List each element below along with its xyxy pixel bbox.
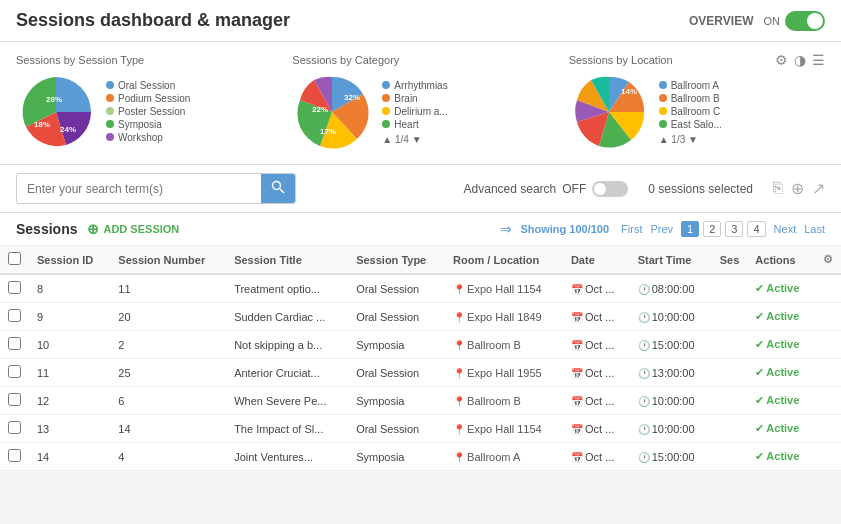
row-status: ✔Active xyxy=(747,359,815,387)
row-date: 📅Oct ... xyxy=(563,303,630,331)
first-page-link[interactable]: First xyxy=(621,223,642,235)
table-row: 10 2 Not skipping a b... Symposia 📍Ballr… xyxy=(0,331,841,359)
row-date: 📅Oct ... xyxy=(563,331,630,359)
legend-item: East Salo... xyxy=(659,119,722,130)
page-2-button[interactable]: 2 xyxy=(703,221,721,237)
row-session-type: Symposia xyxy=(348,443,445,471)
row-checkbox[interactable] xyxy=(8,393,21,406)
row-checkbox[interactable] xyxy=(8,281,21,294)
svg-text:32%: 32% xyxy=(344,93,360,102)
status-badge: Active xyxy=(766,394,799,406)
header-checkbox-col xyxy=(0,246,29,274)
copy-icon[interactable]: ⎘ xyxy=(773,179,783,198)
header-right: OVERVIEW ON xyxy=(689,11,825,31)
legend-item: Poster Session xyxy=(106,106,190,117)
row-ses xyxy=(712,303,748,331)
sessions-header: Sessions ⊕ ADD SESSION ⇒ Showing 100/100… xyxy=(0,213,841,246)
row-start-time: 🕐10:00:00 xyxy=(630,387,712,415)
row-ses xyxy=(712,274,748,303)
row-session-number: 25 xyxy=(110,359,226,387)
table-gear-icon[interactable]: ⚙ xyxy=(823,253,833,265)
svg-text:18%: 18% xyxy=(34,120,50,129)
prev-page-link[interactable]: Prev xyxy=(650,223,673,235)
row-gear-cell xyxy=(815,331,841,359)
row-session-title: Sudden Cardiac ... xyxy=(226,303,348,331)
row-date: 📅Oct ... xyxy=(563,387,630,415)
svg-text:17%: 17% xyxy=(320,127,336,136)
row-ses xyxy=(712,415,748,443)
row-status: ✔Active xyxy=(747,415,815,443)
row-checkbox[interactable] xyxy=(8,421,21,434)
chart-type-legend: Oral Session Podium Session Poster Sessi… xyxy=(106,80,190,145)
row-start-time: 🕐08:00:00 xyxy=(630,274,712,303)
row-checkbox[interactable] xyxy=(8,365,21,378)
legend-item: Brain xyxy=(382,93,447,104)
row-session-number: 20 xyxy=(110,303,226,331)
svg-text:14%: 14% xyxy=(621,87,637,96)
charts-section: ⚙ ◑ ☰ Sessions by Session Type 28% 18% 2… xyxy=(0,42,841,165)
map-icon[interactable]: ⊕ xyxy=(791,179,804,198)
row-start-time: 🕐10:00:00 xyxy=(630,303,712,331)
status-badge: Active xyxy=(766,338,799,350)
overview-toggle-container[interactable]: ON xyxy=(764,11,826,31)
calendar-icon: 📅 xyxy=(571,452,583,463)
row-location: 📍Expo Hall 1955 xyxy=(445,359,563,387)
row-session-id: 11 xyxy=(29,359,110,387)
row-start-time: 🕐15:00:00 xyxy=(630,331,712,359)
last-page-link[interactable]: Last xyxy=(804,223,825,235)
check-icon: ✔ xyxy=(755,394,764,406)
row-date: 📅Oct ... xyxy=(563,443,630,471)
row-gear-cell xyxy=(815,359,841,387)
row-location: 📍Ballroom B xyxy=(445,387,563,415)
export-icon[interactable]: ↗ xyxy=(812,179,825,198)
row-gear-cell xyxy=(815,387,841,415)
location-pin-icon: 📍 xyxy=(453,424,465,435)
status-badge: Active xyxy=(766,310,799,322)
row-session-number: 4 xyxy=(110,443,226,471)
chart-type-content: 28% 18% 24% Oral Session Podium Session … xyxy=(16,72,272,152)
page-4-button[interactable]: 4 xyxy=(747,221,765,237)
row-session-type: Oral Session xyxy=(348,274,445,303)
check-icon: ✔ xyxy=(755,422,764,434)
clock-icon: 🕐 xyxy=(638,312,650,323)
svg-text:22%: 22% xyxy=(312,105,328,114)
row-session-title: Treatment optio... xyxy=(226,274,348,303)
check-icon: ✔ xyxy=(755,450,764,462)
header-gear[interactable]: ⚙ xyxy=(815,246,841,274)
list-view-icon[interactable]: ☰ xyxy=(812,52,825,68)
advanced-search-toggle[interactable] xyxy=(592,181,628,197)
showing-info: Showing 100/100 xyxy=(520,223,609,235)
row-checkbox-cell xyxy=(0,387,29,415)
overview-toggle[interactable] xyxy=(785,11,825,31)
row-checkbox[interactable] xyxy=(8,309,21,322)
page-3-button[interactable]: 3 xyxy=(725,221,743,237)
row-ses xyxy=(712,387,748,415)
row-checkbox[interactable] xyxy=(8,337,21,350)
advanced-toggle-knob xyxy=(594,183,606,195)
advanced-search: Advanced search OFF xyxy=(464,181,629,197)
select-all-checkbox[interactable] xyxy=(8,252,21,265)
status-badge: Active xyxy=(766,422,799,434)
status-badge: Active xyxy=(766,282,799,294)
row-start-time: 🕐15:00:00 xyxy=(630,443,712,471)
clock-icon: 🕐 xyxy=(638,396,650,407)
settings-icon[interactable]: ⚙ xyxy=(775,52,788,68)
row-session-type: Symposia xyxy=(348,331,445,359)
search-input[interactable] xyxy=(17,176,261,202)
search-button[interactable] xyxy=(261,174,295,203)
add-session-button[interactable]: ⊕ ADD SESSION xyxy=(87,221,179,237)
row-gear-cell xyxy=(815,303,841,331)
table-row: 12 6 When Severe Pe... Symposia 📍Ballroo… xyxy=(0,387,841,415)
row-date: 📅Oct ... xyxy=(563,415,630,443)
chart-category-content: 32% 17% 22% Arrhythmias Brain Delirium a… xyxy=(292,72,548,152)
row-gear-cell xyxy=(815,274,841,303)
next-page-link[interactable]: Next xyxy=(774,223,797,235)
pagination-icon: ⇒ xyxy=(500,221,512,237)
chart-category-legend: Arrhythmias Brain Delirium a... Heart ▲ … xyxy=(382,80,447,145)
header-start-time: Start Time xyxy=(630,246,712,274)
row-checkbox[interactable] xyxy=(8,449,21,462)
pie-view-icon[interactable]: ◑ xyxy=(794,52,806,68)
page-1-button[interactable]: 1 xyxy=(681,221,699,237)
location-pin-icon: 📍 xyxy=(453,368,465,379)
row-ses xyxy=(712,359,748,387)
